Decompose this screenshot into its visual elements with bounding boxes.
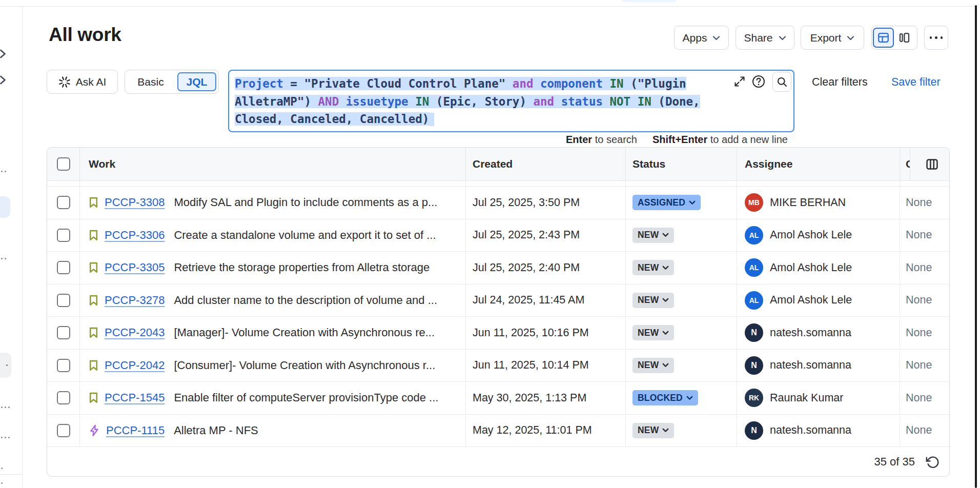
- export-button[interactable]: Export: [801, 26, 864, 50]
- jql-query-input[interactable]: Project = "Private Cloud Control Plane" …: [228, 70, 794, 132]
- configure-columns-button[interactable]: [923, 155, 941, 173]
- status-badge[interactable]: NEW: [632, 358, 674, 373]
- basic-mode-button[interactable]: Basic: [125, 76, 176, 88]
- column-header-status[interactable]: Status: [626, 148, 737, 180]
- issue-key-link[interactable]: PCCP-3305: [105, 261, 165, 274]
- row-checkbox[interactable]: [57, 261, 70, 274]
- share-button[interactable]: Share: [736, 26, 794, 50]
- issue-key-link[interactable]: PCCP-2042: [105, 359, 165, 372]
- syntax-help-button[interactable]: [751, 74, 766, 89]
- issue-key-link[interactable]: PCCP-2043: [105, 326, 165, 339]
- dot: [1, 406, 3, 408]
- jql-mode-button[interactable]: JQL: [177, 72, 216, 91]
- created-date: May 30, 2025, 1:13 PM: [473, 392, 586, 404]
- status-cell: NEW: [626, 317, 737, 349]
- chevron-down-icon: [662, 428, 669, 433]
- category-cell: None: [900, 252, 949, 284]
- status-label: NEW: [638, 425, 659, 436]
- chevron-down-icon: [662, 233, 669, 237]
- category-value: None: [906, 196, 932, 209]
- jql-token: (Epic, Story): [429, 95, 533, 108]
- work-cell: PCCP-3305Retrieve the storage properties…: [80, 252, 466, 284]
- story-icon: [89, 261, 98, 274]
- search-icon: [777, 76, 788, 88]
- chevron-down-icon: [779, 35, 786, 40]
- chevron-down-icon: [847, 35, 854, 40]
- issue-key-link[interactable]: PCCP-3308: [105, 196, 165, 209]
- save-filter-button[interactable]: Save filter: [891, 76, 941, 89]
- sidebar-item-active[interactable]: [0, 196, 10, 218]
- assignee-cell: Nnatesh.somanna: [737, 350, 900, 382]
- refresh-icon: [926, 455, 940, 469]
- top-nav-highlight: [622, 0, 676, 4]
- board-view-button[interactable]: [894, 28, 915, 48]
- row-checkbox[interactable]: [57, 196, 70, 209]
- category-value: None: [906, 424, 932, 437]
- created-date: Jul 24, 2025, 11:45 AM: [473, 294, 584, 307]
- jql-token: [339, 95, 346, 108]
- issue-key-link[interactable]: PCCP-1115: [106, 424, 165, 437]
- row-checkbox[interactable]: [57, 326, 70, 339]
- status-badge[interactable]: NEW: [632, 325, 674, 340]
- jql-token: = "Private Cloud Control Plane": [283, 77, 513, 90]
- status-badge[interactable]: NEW: [632, 423, 674, 438]
- issue-key-link[interactable]: PCCP-1545: [105, 391, 165, 404]
- truncated-nav-item-dots: [1, 258, 6, 259]
- jql-token: component: [540, 77, 603, 90]
- epic-icon: [89, 424, 100, 437]
- assignee-name: natesh.somanna: [770, 424, 851, 437]
- created-cell: Jul 25, 2025, 3:50 PM: [466, 187, 626, 219]
- status-cell: NEW: [626, 415, 737, 447]
- status-label: NEW: [638, 295, 659, 306]
- column-header-work[interactable]: Work: [80, 148, 466, 180]
- status-badge[interactable]: NEW: [632, 260, 674, 275]
- pinned-column-rail: [910, 148, 949, 180]
- dot: [1, 482, 3, 484]
- dot: [5, 437, 6, 438]
- collapsed-nav-chevron-icon[interactable]: [0, 75, 6, 85]
- work-cell: PCCP-1115Alletra MP - NFS: [80, 415, 466, 447]
- expand-editor-button[interactable]: [732, 74, 747, 89]
- status-label: NEW: [638, 262, 659, 273]
- assignee-cell: Nnatesh.somanna: [737, 317, 900, 349]
- issue-summary: Modify SAL and Plugin to include comment…: [174, 196, 437, 209]
- sidebar-item[interactable]: [0, 353, 11, 378]
- assignee-cell: Nnatesh.somanna: [737, 415, 900, 447]
- chevron-down-icon: [712, 35, 720, 40]
- column-header-assignee[interactable]: Assignee: [737, 148, 900, 180]
- status-badge[interactable]: ASSIGNED: [632, 195, 701, 210]
- dot: [5, 258, 6, 259]
- row-checkbox[interactable]: [57, 229, 70, 242]
- select-all-checkbox[interactable]: [57, 157, 70, 171]
- collapsed-nav-chevron-icon[interactable]: [0, 49, 6, 58]
- more-options-button[interactable]: [924, 26, 948, 50]
- dot: [5, 406, 6, 408]
- issue-key-link[interactable]: PCCP-3306: [105, 229, 165, 242]
- table-view-button[interactable]: [873, 28, 894, 48]
- status-badge[interactable]: NEW: [632, 228, 674, 243]
- row-checkbox[interactable]: [57, 359, 70, 372]
- row-checkbox[interactable]: [57, 424, 70, 437]
- clear-filters-button[interactable]: Clear filters: [812, 76, 868, 89]
- status-cell: NEW: [626, 252, 737, 284]
- apps-button[interactable]: Apps: [674, 26, 729, 50]
- enter-key-label: Enter: [566, 134, 592, 145]
- status-cell: NEW: [626, 219, 737, 252]
- refresh-button[interactable]: [924, 454, 941, 470]
- ask-ai-button[interactable]: Ask AI: [47, 70, 118, 94]
- column-header-created[interactable]: Created: [466, 148, 626, 180]
- issue-key-link[interactable]: PCCP-3278: [105, 294, 165, 307]
- jql-selected-text: Project = "Private Cloud Control Plane" …: [235, 77, 686, 90]
- status-badge[interactable]: BLOCKED: [632, 390, 698, 405]
- status-badge[interactable]: NEW: [632, 293, 674, 308]
- created-cell: Jun 11, 2025, 10:14 PM: [466, 350, 626, 382]
- table-row: PCCP-3306Create a standalone volume and …: [47, 219, 949, 252]
- category-cell: None: [900, 382, 949, 414]
- run-search-button[interactable]: [772, 72, 791, 92]
- window-scrollbar[interactable]: [975, 5, 977, 488]
- created-date: Jul 25, 2025, 3:50 PM: [473, 196, 580, 209]
- ai-sparkle-icon: [58, 76, 71, 88]
- row-checkbox[interactable]: [57, 294, 70, 307]
- row-checkbox[interactable]: [57, 391, 70, 404]
- status-label: ASSIGNED: [638, 197, 685, 208]
